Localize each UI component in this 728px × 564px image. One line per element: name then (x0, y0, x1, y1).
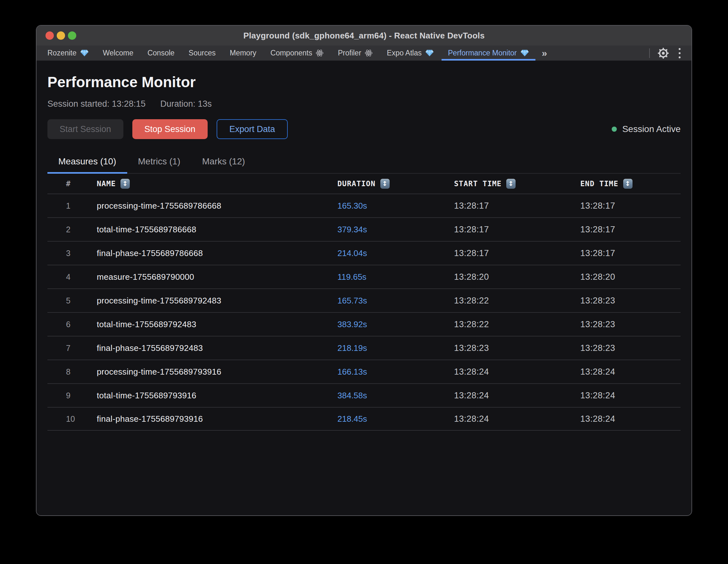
column-header-end-time[interactable]: END TIME ↕ (580, 179, 681, 189)
table-row[interactable]: 5processing-time-1755689792483165.73s13:… (47, 288, 681, 312)
start-time: 13:28:24 (454, 391, 580, 401)
end-time: 13:28:23 (580, 319, 681, 329)
gem-icon (425, 49, 434, 57)
table-row[interactable]: 6total-time-1755689792483383.92s13:28:22… (47, 312, 681, 336)
performance-monitor-panel: Performance Monitor Session started: 13:… (37, 73, 691, 516)
row-index: 1 (47, 201, 97, 211)
more-options-icon[interactable] (677, 47, 683, 60)
measure-name: total-time-1755689792483 (97, 319, 337, 329)
column-header-start-time[interactable]: START TIME ↕ (454, 179, 580, 189)
duration-link[interactable]: 165.73s (337, 296, 454, 306)
devtools-tab-label: Components (270, 49, 312, 57)
session-started-text: Session started: 13:28:15 (47, 99, 145, 109)
duration-link[interactable]: 119.65s (337, 272, 454, 282)
sort-icon[interactable]: ↕ (380, 179, 390, 189)
tab-marks[interactable]: Marks (12) (191, 154, 256, 173)
measure-name: final-phase-1755689793916 (97, 414, 337, 424)
tab-measures[interactable]: Measures (10) (47, 154, 127, 173)
zoom-button[interactable] (68, 31, 76, 40)
row-index: 7 (47, 344, 97, 353)
toolbar-divider (649, 48, 650, 58)
measure-name: total-time-1755689786668 (97, 225, 337, 235)
duration-link[interactable]: 384.58s (337, 391, 454, 401)
column-header-index: # (47, 179, 97, 188)
measure-name: measure-1755689790000 (97, 272, 337, 282)
devtools-tab-label: Sources (189, 49, 216, 57)
devtools-tab-expo-atlas[interactable]: Expo Atlas (380, 46, 441, 61)
duration-link[interactable]: 214.04s (337, 248, 454, 258)
close-button[interactable] (45, 31, 54, 40)
start-session-button[interactable]: Start Session (47, 119, 123, 139)
start-time: 13:28:17 (454, 201, 580, 211)
end-time: 13:28:24 (580, 414, 681, 424)
devtools-tab-rozenite[interactable]: Rozenite (40, 46, 96, 61)
table-row[interactable]: 8processing-time-1755689793916166.13s13:… (47, 360, 681, 383)
table-row[interactable]: 1processing-time-1755689786668165.30s13:… (47, 194, 681, 217)
end-time: 13:28:24 (580, 391, 681, 401)
gear-icon[interactable] (658, 47, 669, 59)
devtools-tab-label: Rozenite (47, 49, 77, 57)
session-info: Session started: 13:28:15 Duration: 13s (47, 99, 681, 109)
devtools-tab-performance-monitor[interactable]: Performance Monitor (441, 46, 536, 61)
table-row[interactable]: 4measure-1755689790000119.65s13:28:2013:… (47, 265, 681, 288)
measure-name: final-phase-1755689786668 (97, 248, 337, 258)
end-time: 13:28:23 (580, 343, 681, 353)
end-time: 13:28:23 (580, 296, 681, 306)
duration-link[interactable]: 165.30s (337, 201, 454, 211)
end-time: 13:28:17 (580, 248, 681, 258)
row-index: 2 (47, 225, 97, 234)
devtools-window: Playground (sdk_gphone64_arm64) - React … (36, 25, 692, 516)
traffic-lights (45, 31, 76, 40)
duration-link[interactable]: 218.19s (337, 343, 454, 353)
table-row[interactable]: 3final-phase-1755689786668214.04s13:28:1… (47, 241, 681, 265)
measures-table: 1processing-time-1755689786668165.30s13:… (47, 194, 681, 431)
gem-icon (520, 49, 529, 57)
table-row[interactable]: 2total-time-1755689786668379.34s13:28:17… (47, 217, 681, 241)
measure-name: total-time-1755689793916 (97, 391, 337, 401)
row-index: 8 (47, 367, 97, 377)
measure-name: final-phase-1755689792483 (97, 343, 337, 353)
devtools-tab-label: Console (147, 49, 174, 57)
devtools-tab-sources[interactable]: Sources (182, 46, 223, 61)
devtools-tab-memory[interactable]: Memory (223, 46, 263, 61)
row-index: 9 (47, 391, 97, 400)
column-header-duration[interactable]: DURATION ↕ (337, 179, 454, 189)
sort-icon[interactable]: ↕ (120, 179, 130, 189)
devtools-tab-label: Welcome (103, 49, 133, 57)
session-status-label: Session Active (622, 124, 681, 134)
export-data-button[interactable]: Export Data (217, 119, 288, 139)
duration-link[interactable]: 218.45s (337, 414, 454, 424)
atom-icon (365, 49, 373, 57)
sort-icon[interactable]: ↕ (623, 179, 633, 189)
table-header: # NAME ↕ DURATION ↕ START TIME ↕ END TIM… (47, 174, 681, 194)
column-header-name[interactable]: NAME ↕ (97, 179, 337, 189)
session-active-dot-icon (612, 127, 617, 132)
devtools-tab-label: Profiler (338, 49, 361, 57)
devtools-tab-components[interactable]: Components (263, 46, 331, 61)
window-titlebar: Playground (sdk_gphone64_arm64) - React … (37, 26, 691, 46)
start-time: 13:28:17 (454, 248, 580, 258)
end-time: 13:28:20 (580, 272, 681, 282)
measure-name: processing-time-1755689786668 (97, 201, 337, 211)
measure-name: processing-time-1755689792483 (97, 296, 337, 306)
devtools-tab-console[interactable]: Console (140, 46, 181, 61)
duration-link[interactable]: 166.13s (337, 367, 454, 377)
table-row[interactable]: 10final-phase-1755689793916218.45s13:28:… (47, 407, 681, 431)
table-row[interactable]: 9total-time-1755689793916384.58s13:28:24… (47, 383, 681, 407)
start-time: 13:28:24 (454, 367, 580, 377)
duration-link[interactable]: 379.34s (337, 225, 454, 235)
tab-metrics[interactable]: Metrics (1) (127, 154, 191, 173)
minimize-button[interactable] (57, 31, 65, 40)
table-row[interactable]: 7final-phase-1755689792483218.19s13:28:2… (47, 336, 681, 360)
end-time: 13:28:17 (580, 201, 681, 211)
sort-icon[interactable]: ↕ (506, 179, 516, 189)
devtools-tab-welcome[interactable]: Welcome (96, 46, 140, 61)
start-time: 13:28:24 (454, 414, 580, 424)
tab-overflow-button[interactable]: » (536, 46, 553, 61)
stop-session-button[interactable]: Stop Session (132, 119, 208, 139)
measure-name: processing-time-1755689793916 (97, 367, 337, 377)
devtools-tab-profiler[interactable]: Profiler (331, 46, 380, 61)
duration-link[interactable]: 383.92s (337, 319, 454, 329)
page-title: Performance Monitor (47, 73, 681, 91)
devtools-tab-label: Memory (230, 49, 256, 57)
